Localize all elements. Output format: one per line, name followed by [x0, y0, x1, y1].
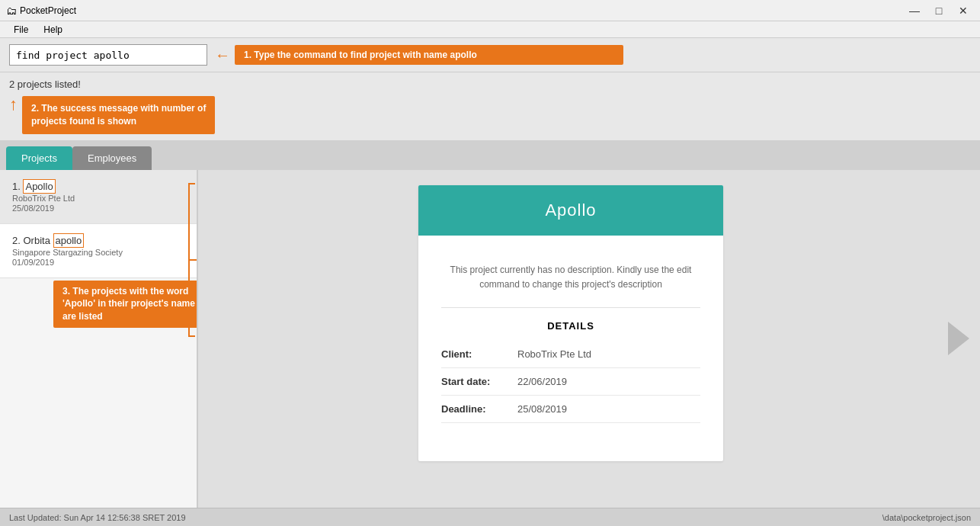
- start-label: Start date:: [441, 376, 517, 387]
- right-arrow-icon: [948, 322, 969, 355]
- detail-card: Apollo This project currently has no des…: [418, 185, 723, 461]
- annotation-box-1: 1. Type the command to find project with…: [235, 45, 623, 65]
- project-item-name-2: 2. Orbita apollo: [12, 235, 184, 246]
- project-date-1: 25/08/2019: [12, 204, 184, 213]
- minimize-button[interactable]: —: [904, 3, 925, 18]
- annotation-2-wrapper: ↑ 2. The success message with number of …: [9, 96, 971, 134]
- app-title: PocketProject: [20, 5, 904, 16]
- project-item-name-1: 1. Apollo: [12, 181, 184, 192]
- file-path: \data\pocketproject.json: [882, 513, 971, 522]
- annotation-1-wrapper: ← 1. Type the command to find project wi…: [215, 45, 623, 65]
- command-input[interactable]: [9, 44, 207, 66]
- annotation-3-container: 3. The projects with the word 'Apollo' i…: [30, 281, 183, 328]
- command-area: ← 1. Type the command to find project wi…: [0, 38, 980, 72]
- tab-projects[interactable]: Projects: [6, 146, 72, 170]
- detail-description: This project currently has no descriptio…: [441, 251, 700, 308]
- annotation-box-2: 2. The success message with number of pr…: [22, 96, 215, 134]
- project-date-2: 01/09/2019: [12, 258, 184, 267]
- detail-title: Apollo: [418, 185, 723, 236]
- project-client-2: Singapore Stargazing Society: [12, 248, 184, 257]
- detail-client-row: Client: RoboTrix Pte Ltd: [441, 341, 700, 368]
- main-content: Projects Employees 1. Apollo RoboTrix Pt…: [0, 140, 980, 508]
- tab-employees[interactable]: Employees: [72, 146, 152, 170]
- client-label: Client:: [441, 348, 517, 360]
- menu-file[interactable]: File: [6, 23, 36, 37]
- app-icon: 🗂: [6, 5, 17, 17]
- client-value: RoboTrix Pte Ltd: [517, 348, 591, 360]
- detail-deadline-row: Deadline: 25/08/2019: [441, 396, 700, 423]
- detail-spacer: [441, 423, 700, 446]
- menu-help[interactable]: Help: [36, 23, 70, 37]
- right-nav-area: [937, 170, 980, 508]
- detail-body: This project currently has no descriptio…: [418, 236, 723, 461]
- last-updated: Last Updated: Sun Apr 14 12:56:38 SRET 2…: [9, 513, 186, 522]
- start-value: 22/06/2019: [517, 376, 567, 387]
- left-nav-area: [198, 170, 204, 508]
- project-item-2[interactable]: 2. Orbita apollo Singapore Stargazing So…: [0, 224, 197, 278]
- next-button[interactable]: [943, 316, 974, 361]
- status-area: 2 projects listed! ↑ 2. The success mess…: [0, 72, 980, 140]
- content-area: 1. Apollo RoboTrix Pte Ltd 25/08/2019 2.…: [0, 170, 980, 508]
- project-highlight-2: apollo: [53, 233, 85, 248]
- project-list: 1. Apollo RoboTrix Pte Ltd 25/08/2019 2.…: [0, 170, 198, 508]
- arrow-up-icon: ↑: [9, 96, 18, 113]
- project-detail: Apollo This project currently has no des…: [204, 170, 937, 508]
- detail-start-row: Start date: 22/06/2019: [441, 368, 700, 396]
- bottom-bar: Last Updated: Sun Apr 14 12:56:38 SRET 2…: [0, 508, 980, 526]
- deadline-value: 25/08/2019: [517, 403, 567, 415]
- detail-section-title: DETAILS: [441, 308, 700, 341]
- maximize-button[interactable]: □: [928, 3, 950, 18]
- menubar: File Help: [0, 21, 980, 38]
- project-item-1[interactable]: 1. Apollo RoboTrix Pte Ltd 25/08/2019: [0, 170, 197, 224]
- project-highlight-1: Apollo: [23, 179, 55, 194]
- status-message: 2 projects listed!: [9, 75, 971, 93]
- window-controls: — □ ✕: [904, 3, 974, 18]
- tabs: Projects Employees: [0, 140, 980, 170]
- project-client-1: RoboTrix Pte Ltd: [12, 194, 184, 203]
- annotation-box-3: 3. The projects with the word 'Apollo' i…: [53, 281, 198, 328]
- deadline-label: Deadline:: [441, 403, 517, 415]
- titlebar: 🗂 PocketProject — □ ✕: [0, 0, 980, 21]
- close-button[interactable]: ✕: [953, 3, 974, 18]
- arrow-left-icon: ←: [215, 47, 230, 64]
